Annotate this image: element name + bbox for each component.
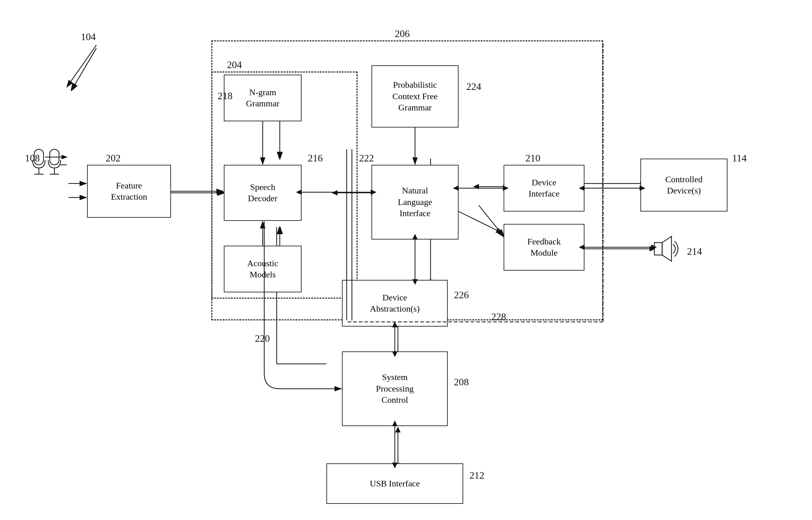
svg-line-44 bbox=[67, 45, 97, 87]
pcfg-label: Probabilistic Context Free Grammar bbox=[392, 79, 437, 113]
nli-label: Natural Language Interface bbox=[398, 185, 432, 219]
ref-108: 108 bbox=[25, 152, 40, 164]
nli-box: Natural Language Interface bbox=[372, 165, 459, 239]
feedback-module-box: Feedback Module bbox=[504, 224, 585, 270]
usb-interface-label: USB Interface bbox=[370, 478, 420, 489]
svg-marker-41 bbox=[662, 236, 672, 261]
acoustic-models-label: Acoustic Models bbox=[247, 258, 278, 281]
feature-extraction-label: Feature Extraction bbox=[111, 180, 147, 203]
ngram-label: N-gram Grammar bbox=[246, 87, 279, 109]
ref-220: 220 bbox=[255, 333, 270, 344]
ref-210: 210 bbox=[525, 152, 540, 164]
ref-212: 212 bbox=[469, 470, 484, 481]
acoustic-models-box: Acoustic Models bbox=[224, 246, 301, 292]
device-interface-box: Device Interface bbox=[504, 165, 585, 211]
speaker-icon bbox=[653, 235, 684, 263]
ref-208: 208 bbox=[454, 376, 469, 388]
controlled-devices-label: Controlled Device(s) bbox=[665, 174, 703, 197]
diagram: Feature Extraction N-gram Grammar Speech… bbox=[0, 0, 812, 520]
speech-decoder-box: Speech Decoder bbox=[224, 165, 301, 221]
ref-204: 204 bbox=[227, 59, 242, 71]
feature-extraction-box: Feature Extraction bbox=[87, 165, 171, 218]
usb-interface-box: USB Interface bbox=[326, 463, 463, 504]
microphone-icon bbox=[31, 143, 69, 199]
ref-202: 202 bbox=[106, 152, 120, 164]
svg-rect-40 bbox=[654, 242, 662, 255]
ref-206: 206 bbox=[395, 28, 410, 40]
svg-line-2 bbox=[72, 48, 97, 90]
controlled-devices-box: Controlled Device(s) bbox=[641, 159, 727, 211]
ref-218: 218 bbox=[218, 90, 233, 102]
ref-104: 104 bbox=[81, 31, 96, 43]
system-processing-label: System Processing Control bbox=[376, 372, 413, 406]
pcfg-box: Probabilistic Context Free Grammar bbox=[372, 65, 459, 128]
ref-216: 216 bbox=[308, 152, 323, 164]
ref-224: 224 bbox=[466, 81, 481, 93]
ngram-grammar-box: N-gram Grammar bbox=[224, 75, 301, 121]
ref-114: 114 bbox=[732, 152, 747, 164]
feedback-module-label: Feedback Module bbox=[527, 236, 561, 259]
ref-228: 228 bbox=[491, 311, 506, 322]
device-abstraction-box: Device Abstraction(s) bbox=[342, 280, 448, 327]
ref-226: 226 bbox=[454, 289, 469, 301]
ref-222: 222 bbox=[359, 152, 374, 164]
ref-214: 214 bbox=[687, 246, 702, 257]
svg-marker-27 bbox=[396, 427, 400, 432]
device-interface-label: Device Interface bbox=[529, 177, 559, 200]
system-processing-box: System Processing Control bbox=[342, 352, 448, 426]
device-abstraction-label: Device Abstraction(s) bbox=[370, 292, 420, 315]
speech-decoder-label: Speech Decoder bbox=[248, 182, 278, 204]
